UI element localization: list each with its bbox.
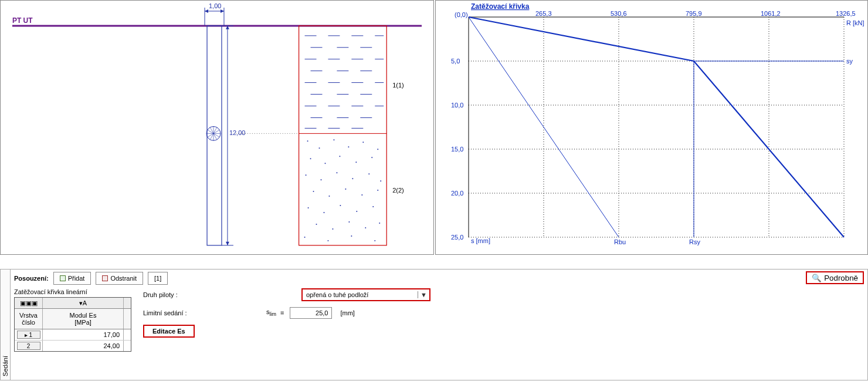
svg-marker-5	[205, 9, 208, 13]
svg-text:25,0: 25,0	[451, 234, 463, 241]
chevron-down-icon: ▼	[418, 291, 427, 298]
svg-rect-19	[299, 26, 387, 245]
svg-point-66	[352, 178, 353, 179]
detail-button[interactable]: 🔍 Podrobně	[806, 271, 864, 284]
x-axis-label: R [kN]	[846, 19, 864, 26]
svg-point-85	[327, 240, 328, 241]
load-curve-pane: Zatěžovací křivka (0,0) 265,3530,6795,91…	[435, 0, 868, 255]
toolbar: Posouzení: Přidat Odstranit [1]	[14, 272, 864, 285]
dim-width: 1,00	[209, 2, 221, 9]
svg-point-57	[377, 149, 378, 150]
layer1-label: 1(1)	[392, 82, 404, 89]
grid-title: Zatěžovací křivka lineární	[14, 288, 131, 295]
svg-point-61	[355, 161, 357, 163]
svg-point-53	[319, 147, 320, 149]
pile-type-label: Druh piloty :	[143, 291, 260, 298]
svg-point-74	[308, 207, 309, 208]
svg-point-80	[332, 228, 333, 230]
svg-point-87	[374, 240, 375, 241]
pile-type-select[interactable]: opřená o tuhé podloží ▼	[301, 288, 430, 301]
svg-point-56	[362, 142, 364, 143]
svg-point-71	[345, 188, 346, 190]
svg-point-81	[348, 221, 350, 223]
add-button[interactable]: Přidat	[53, 272, 91, 285]
svg-point-52	[307, 140, 308, 142]
svg-text:265,3: 265,3	[535, 10, 552, 17]
y-axis-label: s [mm]	[471, 237, 490, 244]
svg-point-75	[323, 212, 324, 213]
limit-settlement-label: Limitní sedání :	[143, 309, 260, 316]
svg-point-64	[320, 179, 321, 180]
svg-point-69	[313, 191, 314, 192]
svg-point-86	[351, 235, 352, 237]
grid-col-drop[interactable]: ▾ A	[43, 298, 124, 308]
svg-text:20,0: 20,0	[451, 190, 463, 197]
svg-point-65	[336, 172, 337, 173]
col-vrstva: Vrstva	[19, 312, 38, 319]
svg-point-72	[361, 194, 362, 196]
svg-marker-6	[221, 9, 224, 13]
svg-point-84	[304, 237, 306, 238]
geometry-svg: PT UT 1,00 12,00	[1, 1, 433, 255]
svg-text:5,0: 5,0	[451, 58, 460, 65]
grid-corner[interactable]: ▣▣▣	[15, 298, 43, 308]
section-label: Posouzení:	[14, 275, 49, 282]
side-tab-settlement[interactable]: Sedání	[0, 269, 11, 380]
rbu-label: Rbu	[614, 238, 626, 245]
bottom-panel: Posouzení: Přidat Odstranit [1] 🔍 Podrob…	[11, 269, 868, 380]
svg-text:15,0: 15,0	[451, 146, 463, 153]
remove-button[interactable]: Odstranit	[96, 272, 143, 285]
col-modul: Modul Es	[70, 312, 97, 319]
svg-text:1326,5: 1326,5	[836, 10, 856, 17]
edit-es-button[interactable]: Editace Es	[143, 325, 195, 338]
svg-point-73	[377, 190, 378, 191]
chart-title: Zatěžovací křivka	[471, 2, 530, 11]
svg-text:1061,2: 1061,2	[761, 10, 781, 17]
svg-point-59	[324, 163, 326, 164]
svg-point-63	[306, 174, 307, 176]
detail-icon: 🔍	[812, 274, 822, 282]
page-indicator[interactable]: [1]	[148, 272, 168, 285]
svg-point-62	[371, 157, 372, 158]
svg-point-54	[333, 139, 334, 140]
dim-height: 12,00	[229, 129, 245, 136]
minus-icon	[102, 275, 108, 281]
table-row[interactable]: 224,00	[15, 340, 131, 351]
svg-text:795,9: 795,9	[686, 10, 702, 17]
slim-input[interactable]: 25,0	[290, 307, 332, 319]
form: Druh piloty : opřená o tuhé podloží ▼ Li…	[143, 288, 430, 352]
svg-text:10,0: 10,0	[451, 102, 463, 109]
svg-point-82	[365, 227, 366, 228]
svg-point-55	[348, 146, 349, 147]
svg-marker-11	[226, 242, 229, 245]
plus-icon	[60, 275, 66, 281]
load-curve-svg: Zatěžovací křivka (0,0) 265,3530,6795,91…	[436, 1, 867, 255]
svg-point-58	[310, 158, 311, 159]
layer2-label: 2(2)	[392, 187, 404, 194]
svg-point-78	[372, 206, 374, 207]
svg-text:(0,0): (0,0)	[455, 11, 468, 18]
geometry-pane: PT UT 1,00 12,00	[0, 0, 434, 255]
svg-point-67	[368, 173, 369, 174]
svg-point-79	[316, 224, 317, 225]
svg-rect-1	[207, 26, 222, 245]
svg-point-77	[356, 211, 357, 212]
svg-point-68	[380, 180, 381, 181]
svg-point-76	[340, 205, 341, 206]
svg-point-83	[379, 223, 380, 224]
table-row[interactable]: ▸ 117,00	[15, 329, 131, 340]
sy-label: sy	[846, 58, 853, 65]
es-grid: Zatěžovací křivka lineární ▣▣▣ ▾ A Vrstv…	[14, 288, 131, 352]
rsy-label: Rsy	[689, 238, 700, 245]
ptut-label: PT UT	[12, 16, 33, 25]
svg-text:530,6: 530,6	[611, 10, 627, 17]
svg-point-60	[339, 156, 340, 157]
svg-point-70	[328, 196, 330, 197]
